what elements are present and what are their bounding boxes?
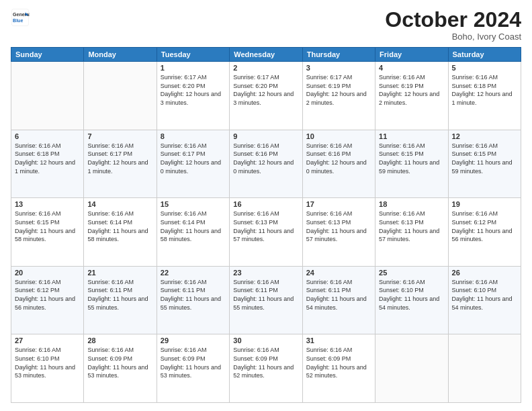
day-info: Sunrise: 6:16 AM Sunset: 6:19 PM Dayligh…: [379, 73, 444, 107]
calendar-cell: 14Sunrise: 6:16 AM Sunset: 6:14 PM Dayli…: [84, 198, 157, 267]
location: Boho, Ivory Coast: [385, 32, 521, 42]
day-number: 7: [87, 132, 152, 140]
day-number: 20: [15, 269, 80, 277]
day-number: 24: [306, 269, 371, 277]
calendar-cell: 7Sunrise: 6:16 AM Sunset: 6:17 PM Daylig…: [84, 130, 157, 198]
day-info: Sunrise: 6:16 AM Sunset: 6:11 PM Dayligh…: [161, 278, 226, 312]
day-info: Sunrise: 6:16 AM Sunset: 6:11 PM Dayligh…: [306, 278, 371, 312]
day-info: Sunrise: 6:16 AM Sunset: 6:09 PM Dayligh…: [233, 346, 298, 379]
day-info: Sunrise: 6:16 AM Sunset: 6:15 PM Dayligh…: [452, 142, 517, 175]
weekday-header-sunday: Sunday: [11, 48, 84, 62]
day-info: Sunrise: 6:17 AM Sunset: 6:19 PM Dayligh…: [306, 73, 371, 107]
weekday-header-friday: Friday: [375, 48, 448, 62]
calendar-cell: 18Sunrise: 6:16 AM Sunset: 6:13 PM Dayli…: [375, 198, 448, 267]
svg-text:Blue: Blue: [13, 18, 23, 23]
day-info: Sunrise: 6:17 AM Sunset: 6:20 PM Dayligh…: [161, 73, 226, 107]
day-number: 27: [15, 336, 80, 345]
day-info: Sunrise: 6:16 AM Sunset: 6:10 PM Dayligh…: [379, 278, 444, 312]
day-number: 13: [15, 200, 80, 208]
calendar-cell: [448, 334, 521, 403]
day-info: Sunrise: 6:16 AM Sunset: 6:14 PM Dayligh…: [87, 210, 152, 243]
day-info: Sunrise: 6:16 AM Sunset: 6:16 PM Dayligh…: [306, 142, 371, 175]
day-info: Sunrise: 6:16 AM Sunset: 6:09 PM Dayligh…: [161, 346, 226, 379]
day-info: Sunrise: 6:16 AM Sunset: 6:18 PM Dayligh…: [15, 142, 80, 175]
calendar-cell: 4Sunrise: 6:16 AM Sunset: 6:19 PM Daylig…: [375, 62, 448, 130]
calendar-cell: 12Sunrise: 6:16 AM Sunset: 6:15 PM Dayli…: [448, 130, 521, 198]
day-info: Sunrise: 6:16 AM Sunset: 6:16 PM Dayligh…: [233, 142, 298, 175]
day-number: 5: [452, 64, 517, 72]
calendar-cell: 10Sunrise: 6:16 AM Sunset: 6:16 PM Dayli…: [302, 130, 375, 198]
calendar-body: 1Sunrise: 6:17 AM Sunset: 6:20 PM Daylig…: [11, 62, 521, 403]
calendar-cell: 8Sunrise: 6:16 AM Sunset: 6:17 PM Daylig…: [157, 130, 229, 198]
day-number: 4: [379, 64, 444, 72]
day-number: 28: [87, 336, 152, 345]
day-number: 10: [306, 132, 371, 140]
calendar-week-3: 13Sunrise: 6:16 AM Sunset: 6:15 PM Dayli…: [11, 198, 521, 267]
calendar-week-1: 1Sunrise: 6:17 AM Sunset: 6:20 PM Daylig…: [11, 62, 521, 130]
calendar-cell: 5Sunrise: 6:16 AM Sunset: 6:18 PM Daylig…: [448, 62, 521, 130]
calendar-cell: [84, 62, 157, 130]
day-number: 15: [161, 200, 226, 208]
calendar-week-4: 20Sunrise: 6:16 AM Sunset: 6:12 PM Dayli…: [11, 266, 521, 334]
calendar-cell: [11, 62, 84, 130]
day-info: Sunrise: 6:16 AM Sunset: 6:15 PM Dayligh…: [15, 210, 80, 243]
weekday-header-thursday: Thursday: [302, 48, 375, 62]
weekday-header-monday: Monday: [84, 48, 157, 62]
weekday-header-saturday: Saturday: [448, 48, 521, 62]
calendar-cell: 19Sunrise: 6:16 AM Sunset: 6:12 PM Dayli…: [448, 198, 521, 267]
calendar-cell: 26Sunrise: 6:16 AM Sunset: 6:10 PM Dayli…: [448, 266, 521, 334]
day-number: 31: [306, 336, 371, 345]
day-number: 21: [87, 269, 152, 277]
day-info: Sunrise: 6:16 AM Sunset: 6:15 PM Dayligh…: [379, 142, 444, 175]
calendar-cell: 29Sunrise: 6:16 AM Sunset: 6:09 PM Dayli…: [157, 334, 229, 403]
calendar-cell: [375, 334, 448, 403]
logo-icon: General Blue: [11, 8, 30, 27]
day-info: Sunrise: 6:16 AM Sunset: 6:13 PM Dayligh…: [379, 210, 444, 243]
calendar-header: SundayMondayTuesdayWednesdayThursdayFrid…: [11, 48, 521, 62]
calendar-cell: 20Sunrise: 6:16 AM Sunset: 6:12 PM Dayli…: [11, 266, 84, 334]
title-block: October 2024 Boho, Ivory Coast: [385, 8, 521, 42]
calendar-cell: 1Sunrise: 6:17 AM Sunset: 6:20 PM Daylig…: [157, 62, 229, 130]
day-number: 19: [452, 200, 517, 208]
calendar-cell: 11Sunrise: 6:16 AM Sunset: 6:15 PM Dayli…: [375, 130, 448, 198]
day-number: 2: [233, 64, 298, 72]
calendar-cell: 6Sunrise: 6:16 AM Sunset: 6:18 PM Daylig…: [11, 130, 84, 198]
calendar-cell: 17Sunrise: 6:16 AM Sunset: 6:13 PM Dayli…: [302, 198, 375, 267]
calendar-cell: 22Sunrise: 6:16 AM Sunset: 6:11 PM Dayli…: [157, 266, 229, 334]
day-info: Sunrise: 6:16 AM Sunset: 6:11 PM Dayligh…: [87, 278, 152, 312]
calendar-week-5: 27Sunrise: 6:16 AM Sunset: 6:10 PM Dayli…: [11, 334, 521, 403]
calendar-cell: 21Sunrise: 6:16 AM Sunset: 6:11 PM Dayli…: [84, 266, 157, 334]
calendar-cell: 15Sunrise: 6:16 AM Sunset: 6:14 PM Dayli…: [157, 198, 229, 267]
header: General Blue October 2024 Boho, Ivory Co…: [11, 8, 521, 42]
day-info: Sunrise: 6:16 AM Sunset: 6:11 PM Dayligh…: [233, 278, 298, 312]
day-info: Sunrise: 6:16 AM Sunset: 6:10 PM Dayligh…: [15, 346, 80, 379]
day-info: Sunrise: 6:16 AM Sunset: 6:14 PM Dayligh…: [161, 210, 226, 243]
calendar-cell: 31Sunrise: 6:16 AM Sunset: 6:09 PM Dayli…: [302, 334, 375, 403]
day-number: 1: [161, 64, 226, 72]
day-info: Sunrise: 6:16 AM Sunset: 6:13 PM Dayligh…: [233, 210, 298, 243]
day-info: Sunrise: 6:16 AM Sunset: 6:10 PM Dayligh…: [452, 278, 517, 312]
month-title: October 2024: [385, 8, 521, 32]
calendar-cell: 9Sunrise: 6:16 AM Sunset: 6:16 PM Daylig…: [230, 130, 302, 198]
day-info: Sunrise: 6:16 AM Sunset: 6:17 PM Dayligh…: [161, 142, 226, 175]
day-number: 12: [452, 132, 517, 140]
calendar-cell: 3Sunrise: 6:17 AM Sunset: 6:19 PM Daylig…: [302, 62, 375, 130]
calendar-cell: 2Sunrise: 6:17 AM Sunset: 6:20 PM Daylig…: [230, 62, 302, 130]
day-info: Sunrise: 6:16 AM Sunset: 6:17 PM Dayligh…: [87, 142, 152, 175]
calendar-table: SundayMondayTuesdayWednesdayThursdayFrid…: [11, 47, 521, 403]
day-number: 3: [306, 64, 371, 72]
day-number: 9: [233, 132, 298, 140]
day-number: 30: [233, 336, 298, 345]
calendar-cell: 28Sunrise: 6:16 AM Sunset: 6:09 PM Dayli…: [84, 334, 157, 403]
day-info: Sunrise: 6:16 AM Sunset: 6:12 PM Dayligh…: [452, 210, 517, 243]
day-number: 22: [161, 269, 226, 277]
day-info: Sunrise: 6:16 AM Sunset: 6:13 PM Dayligh…: [306, 210, 371, 243]
day-info: Sunrise: 6:17 AM Sunset: 6:20 PM Dayligh…: [233, 73, 298, 107]
day-info: Sunrise: 6:16 AM Sunset: 6:09 PM Dayligh…: [306, 346, 371, 379]
day-number: 25: [379, 269, 444, 277]
calendar-page: General Blue October 2024 Boho, Ivory Co…: [0, 0, 532, 411]
weekday-row: SundayMondayTuesdayWednesdayThursdayFrid…: [11, 48, 521, 62]
calendar-cell: 16Sunrise: 6:16 AM Sunset: 6:13 PM Dayli…: [230, 198, 302, 267]
weekday-header-wednesday: Wednesday: [230, 48, 302, 62]
day-number: 18: [379, 200, 444, 208]
